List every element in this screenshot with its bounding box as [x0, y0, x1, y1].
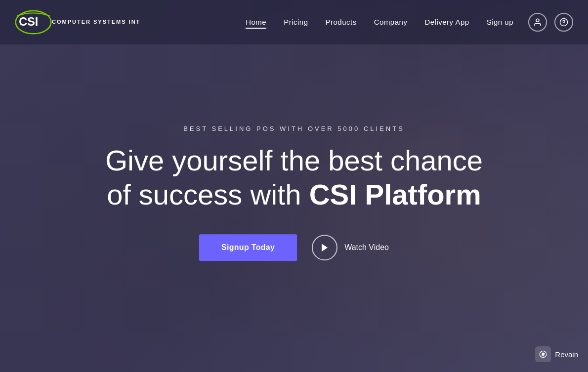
play-triangle-icon	[321, 243, 329, 252]
nav-item-products[interactable]: Products	[326, 18, 357, 27]
user-icon	[533, 18, 542, 27]
nav-link-company[interactable]: Company	[374, 18, 408, 26]
navbar: CSI COMPUTER SYSTEMS INT Home Pricing Pr…	[0, 0, 588, 44]
hero-title: Give yourself the best chance of success…	[96, 143, 492, 212]
signup-button[interactable]: Signup Today	[199, 234, 297, 261]
nav-links: Home Pricing Products Company Delivery A…	[246, 18, 513, 27]
brand-name: COMPUTER SYSTEMS INT	[52, 19, 140, 25]
nav-link-home[interactable]: Home	[246, 18, 266, 29]
help-icon-button[interactable]	[554, 13, 573, 32]
hero-actions: Signup Today Watch Video	[96, 234, 492, 261]
revain-badge: Revain	[535, 346, 578, 362]
nav-item-delivery[interactable]: Delivery App	[424, 18, 469, 27]
nav-item-company[interactable]: Company	[374, 18, 408, 27]
nav-icons	[528, 13, 573, 32]
nav-link-delivery[interactable]: Delivery App	[424, 18, 469, 26]
revain-label: Revain	[555, 350, 578, 359]
svg-marker-5	[322, 244, 328, 251]
play-icon	[312, 235, 337, 260]
nav-item-home[interactable]: Home	[246, 18, 266, 27]
nav-item-pricing[interactable]: Pricing	[284, 18, 308, 27]
watch-video-button[interactable]: Watch Video	[312, 235, 389, 260]
nav-link-signup[interactable]: Sign up	[487, 18, 513, 26]
revain-logo-icon	[538, 349, 548, 359]
logo-text: COMPUTER SYSTEMS INT	[52, 19, 140, 25]
logo-link[interactable]: CSI COMPUTER SYSTEMS INT	[15, 7, 140, 37]
svg-point-2	[536, 19, 539, 22]
svg-text:CSI: CSI	[19, 15, 38, 28]
watch-video-label: Watch Video	[344, 243, 389, 252]
nav-item-signup[interactable]: Sign up	[487, 18, 513, 27]
hero-title-bold: CSI Platform	[309, 178, 481, 210]
hero-section: CSI COMPUTER SYSTEMS INT Home Pricing Pr…	[0, 0, 588, 372]
hero-subtitle: BEST SELLING POS WITH OVER 5000 CLIENTS	[96, 125, 492, 132]
user-icon-button[interactable]	[528, 13, 547, 32]
nav-link-products[interactable]: Products	[326, 18, 357, 26]
revain-icon	[535, 346, 551, 362]
nav-link-pricing[interactable]: Pricing	[284, 18, 308, 26]
help-icon	[559, 18, 568, 27]
logo-icon: CSI	[15, 7, 52, 37]
hero-content: BEST SELLING POS WITH OVER 5000 CLIENTS …	[96, 125, 492, 261]
